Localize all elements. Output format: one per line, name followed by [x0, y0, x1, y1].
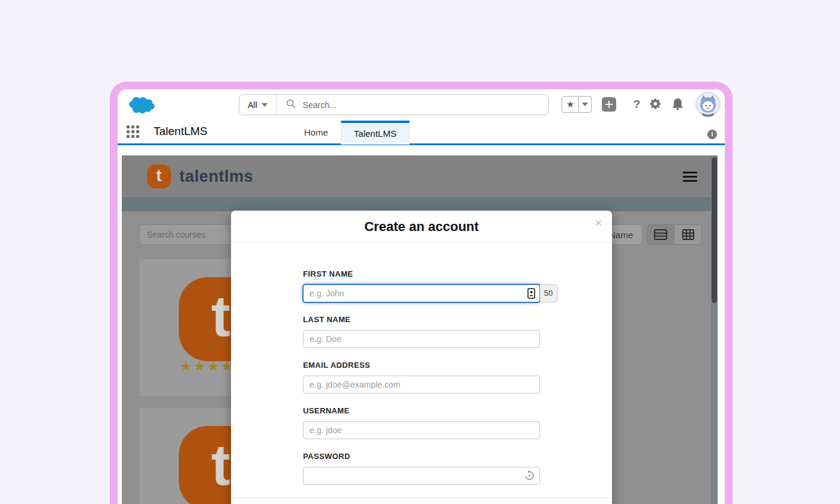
talentlms-subheader-bar [122, 197, 718, 211]
search-input[interactable] [303, 100, 539, 110]
search-scope-selector[interactable]: All [239, 95, 277, 115]
header-actions: ★ ? [545, 89, 725, 119]
chevron-down-icon [262, 103, 268, 107]
tab-talentlms-label: TalentLMS [354, 128, 397, 139]
search-field-area [277, 99, 548, 111]
talentlms-wordmark: talentlms [179, 167, 253, 186]
favorites-control: ★ [562, 96, 592, 113]
hamburger-menu-icon[interactable] [683, 172, 697, 184]
last-name-label: LAST NAME [303, 315, 540, 324]
course-search-input[interactable] [139, 224, 242, 245]
info-icon[interactable]: i [707, 130, 717, 139]
course-logo-letter: t [211, 283, 230, 349]
app-name: TalentLMS [154, 125, 208, 138]
modal-body: FIRST NAME 50 LAS [231, 243, 612, 504]
last-name-input[interactable] [303, 330, 540, 348]
scrollbar-thumb[interactable] [712, 157, 717, 303]
email-label: EMAIL ADDRESS [303, 361, 540, 370]
modal-footer-divider [231, 497, 612, 504]
global-header: All ★ [118, 89, 725, 119]
tab-home-label: Home [304, 127, 328, 137]
generate-password-icon[interactable] [524, 470, 535, 483]
username-input-wrap [303, 421, 540, 439]
user-avatar[interactable] [695, 92, 721, 117]
username-label: USERNAME [303, 406, 540, 415]
help-button[interactable]: ? [633, 97, 640, 112]
question-mark-icon: ? [633, 98, 640, 110]
view-toggle-group [647, 224, 702, 245]
tab-talentlms[interactable]: TalentLMS [341, 121, 410, 145]
email-field-group: EMAIL ADDRESS [303, 361, 540, 394]
first-name-input-wrap: 50 [303, 284, 540, 302]
first-name-field-group: FIRST NAME 50 [303, 269, 540, 302]
browser-window-frame: All ★ [110, 82, 733, 504]
favorites-dropdown-button[interactable] [579, 96, 592, 113]
astro-avatar-icon [695, 92, 721, 117]
talentlms-logo-icon: t [147, 164, 171, 188]
app-window: All ★ [118, 89, 725, 504]
scrollbar-track[interactable] [711, 155, 718, 504]
talentlms-header: t talentlms [122, 155, 718, 197]
global-search: All [239, 94, 549, 115]
search-icon [286, 99, 296, 111]
grid-view-button[interactable] [674, 225, 701, 244]
email-input[interactable] [303, 376, 540, 394]
star-icon: ★ [566, 99, 574, 110]
password-input-wrap [303, 467, 540, 485]
char-limit-badge: 50 [540, 284, 557, 302]
password-input[interactable] [303, 467, 540, 485]
chevron-down-icon [582, 103, 588, 106]
email-input-wrap [303, 376, 540, 394]
close-icon[interactable]: × [595, 215, 602, 231]
grid-view-icon [682, 229, 694, 240]
list-view-icon [654, 229, 667, 240]
salesforce-cloud-logo-icon [128, 96, 155, 116]
tab-home[interactable]: Home [292, 121, 341, 145]
global-actions-button[interactable] [602, 97, 616, 112]
app-nav-bar: TalentLMS Home TalentLMS i [118, 119, 725, 145]
sort-by-label: Name [609, 230, 633, 240]
plus-icon [605, 100, 613, 109]
talentlms-logo-letter: t [156, 166, 161, 185]
gear-icon [650, 98, 662, 110]
modal-header: Create an account × [231, 211, 612, 243]
password-field-group: PASSWORD [303, 452, 540, 485]
info-glyph: i [712, 131, 713, 137]
username-field-group: USERNAME [303, 406, 540, 439]
setup-button[interactable] [650, 98, 662, 112]
first-name-label: FIRST NAME [303, 269, 540, 278]
last-name-input-wrap [303, 330, 540, 348]
last-name-field-group: LAST NAME [303, 315, 540, 348]
favorite-star-button[interactable]: ★ [562, 96, 579, 113]
search-scope-label: All [248, 100, 257, 110]
talentlms-brand[interactable]: t talentlms [147, 164, 253, 188]
username-input[interactable] [303, 421, 540, 439]
create-account-modal: Create an account × FIRST NAME [231, 211, 612, 504]
autofill-contact-icon[interactable] [527, 288, 535, 301]
list-view-button[interactable] [647, 225, 674, 244]
app-launcher-icon[interactable] [125, 124, 140, 139]
modal-title: Create an account [364, 219, 479, 235]
notifications-button[interactable] [672, 98, 683, 113]
bell-icon [672, 98, 683, 110]
course-logo-letter: t [211, 432, 230, 498]
first-name-input[interactable] [303, 284, 540, 302]
password-label: PASSWORD [303, 452, 540, 461]
